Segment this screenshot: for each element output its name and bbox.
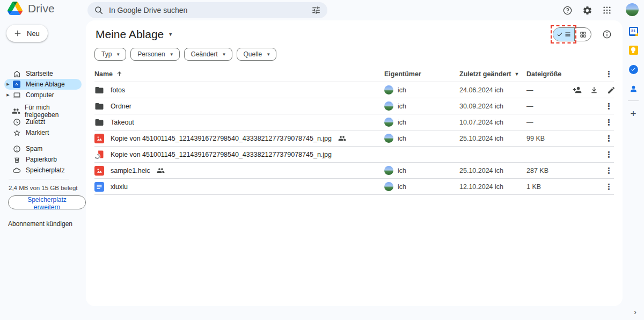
apps-grid-icon[interactable]: [601, 4, 613, 16]
file-name[interactable]: sample1.heic: [111, 167, 150, 174]
owner-avatar: [384, 118, 393, 127]
my-drive-icon: [12, 81, 21, 88]
expand-arrow-icon[interactable]: ▶: [4, 93, 12, 97]
row-more-options-icon[interactable]: ⋮: [604, 166, 614, 174]
row-more-options-icon[interactable]: ⋮: [604, 118, 614, 126]
file-type-icon: [94, 85, 104, 95]
owner-avatar: [384, 166, 393, 175]
sidebar-item-markiert[interactable]: Markiert: [4, 127, 82, 138]
file-name[interactable]: Takeout: [111, 119, 134, 126]
spam-icon: [12, 145, 21, 153]
search-input[interactable]: In Google Drive suchen: [87, 2, 327, 18]
download-icon[interactable]: [589, 85, 599, 95]
file-name[interactable]: xiuxiu: [111, 183, 128, 191]
sidebar-item-meine-ablage[interactable]: ▶ Meine Ablage: [4, 79, 82, 90]
calendar-icon[interactable]: [628, 26, 639, 37]
help-icon[interactable]: [561, 4, 573, 16]
sidebar-item-label: Papierkorb: [26, 156, 57, 163]
table-row[interactable]: fotos ich 24.06.2024 ich —: [94, 82, 614, 98]
sidebar-item-label: Spam: [26, 145, 42, 152]
expand-arrow-icon[interactable]: ▶: [4, 82, 12, 86]
tasks-icon[interactable]: [628, 64, 639, 75]
sidebar-item-computer[interactable]: ▶ Computer: [4, 90, 82, 100]
sidebar-item-zuletzt[interactable]: Zuletzt: [4, 117, 82, 127]
shared-with-me-icon: [11, 107, 20, 115]
owner-avatar: [384, 85, 393, 94]
table-row[interactable]: Kopie von 451001145_1214391672798540_433…: [94, 147, 614, 163]
list-view-button[interactable]: [553, 28, 575, 41]
table-row[interactable]: xiuxiu ich 12.10.2024 ich 1 KB: [94, 179, 614, 195]
table-row[interactable]: sample1.heic ich 25.10.2024 ich 287 KB: [94, 163, 614, 179]
sort-ascending-icon: [116, 70, 123, 77]
filter-chip-quelle[interactable]: Quelle▼: [237, 48, 277, 61]
sidebar-item-startseite[interactable]: Startseite: [4, 68, 82, 79]
plus-icon: [13, 28, 23, 38]
file-name[interactable]: Kopie von 451001145_1214391672798540_433…: [111, 135, 332, 142]
column-header-size[interactable]: Dateigröße: [526, 70, 572, 78]
shared-people-icon: [338, 134, 346, 142]
row-more-options-icon[interactable]: ⋮: [604, 134, 614, 142]
rename-pencil-icon[interactable]: [606, 85, 616, 95]
grid-view-button[interactable]: [575, 28, 591, 41]
sidebar-item-label: Markiert: [26, 129, 49, 136]
table-row[interactable]: Kopie von 451001145_1214391672798540_433…: [94, 130, 614, 147]
owner-avatar: [384, 182, 393, 191]
chevron-down-icon: ▼: [266, 52, 270, 57]
contacts-icon[interactable]: [628, 83, 639, 94]
user-avatar[interactable]: [626, 3, 639, 16]
file-name[interactable]: fotos: [111, 86, 125, 94]
rail-divider: [628, 100, 639, 101]
file-size: 1 KB: [526, 183, 572, 191]
storage-usage-text: 2,4 MB von 15 GB belegt: [0, 184, 86, 195]
column-header-owner[interactable]: Eigentümer: [384, 70, 459, 78]
sidebar-divider: [9, 179, 69, 179]
file-type-icon: [94, 166, 104, 176]
file-type-icon: [94, 118, 104, 127]
owner-name: ich: [398, 119, 406, 126]
sidebar-item-papierkorb[interactable]: Papierkorb: [4, 154, 82, 165]
header-more-options-icon[interactable]: ⋮: [604, 70, 614, 78]
side-panel-rail: + ›: [623, 20, 644, 320]
chevron-down-icon: ▼: [170, 52, 174, 57]
page-title[interactable]: Meine Ablage ▼: [96, 28, 173, 41]
column-header-modified[interactable]: Zuletzt geändert ▼: [459, 70, 526, 78]
search-icon[interactable]: [94, 5, 104, 15]
info-icon[interactable]: [601, 28, 613, 40]
filter-chip-personen[interactable]: Personen▼: [130, 48, 179, 61]
sidebar-item-fuer-mich-freigegeben[interactable]: Für mich freigegeben: [4, 106, 82, 117]
chevron-down-icon: ▼: [222, 52, 226, 57]
sidebar-item-label: Computer: [26, 91, 54, 99]
shared-people-icon: [157, 166, 165, 174]
filter-chip-geaendert[interactable]: Geändert▼: [184, 48, 232, 61]
drive-brand: Drive: [8, 2, 55, 15]
keep-icon[interactable]: [628, 45, 639, 55]
row-more-options-icon[interactable]: ⋮: [604, 150, 614, 158]
file-size: 99 KB: [526, 135, 572, 142]
file-name[interactable]: Kopie von 451001145_1214391672798540_433…: [111, 151, 332, 158]
sidebar-item-label: Speicherplatz: [26, 166, 65, 174]
check-icon: [557, 31, 563, 38]
cancel-subscription-link[interactable]: Abonnement kündigen: [0, 212, 80, 228]
settings-icon[interactable]: [581, 4, 593, 16]
sidebar-item-spam[interactable]: Spam: [4, 143, 82, 154]
app-title: Drive: [28, 2, 55, 15]
last-modified: 25.10.2024 ich: [459, 167, 526, 174]
share-add-person-icon[interactable]: [572, 85, 582, 95]
row-more-options-icon[interactable]: ⋮: [604, 102, 614, 110]
add-panel-icon[interactable]: +: [628, 108, 639, 119]
main-panel: Meine Ablage ▼: [86, 20, 623, 306]
file-name[interactable]: Ordner: [111, 103, 131, 110]
collapse-panel-chevron-icon[interactable]: ›: [634, 307, 636, 316]
column-header-name[interactable]: Name: [94, 70, 384, 78]
filter-chip-typ[interactable]: Typ▼: [94, 48, 126, 61]
search-options-icon[interactable]: [311, 5, 321, 15]
sidebar-item-speicherplatz[interactable]: Speicherplatz: [4, 165, 82, 176]
table-row[interactable]: Ordner ich 30.09.2024 ich —: [94, 98, 614, 114]
file-size: —: [526, 119, 572, 126]
upgrade-storage-button[interactable]: Speicherplatz erweitern: [8, 195, 86, 209]
owner-name: ich: [398, 135, 406, 142]
owner-avatar: [384, 101, 393, 111]
new-button[interactable]: Neu: [6, 25, 48, 42]
table-row[interactable]: Takeout ich 10.07.2024 ich —: [94, 114, 614, 130]
row-more-options-icon[interactable]: ⋮: [604, 183, 614, 191]
